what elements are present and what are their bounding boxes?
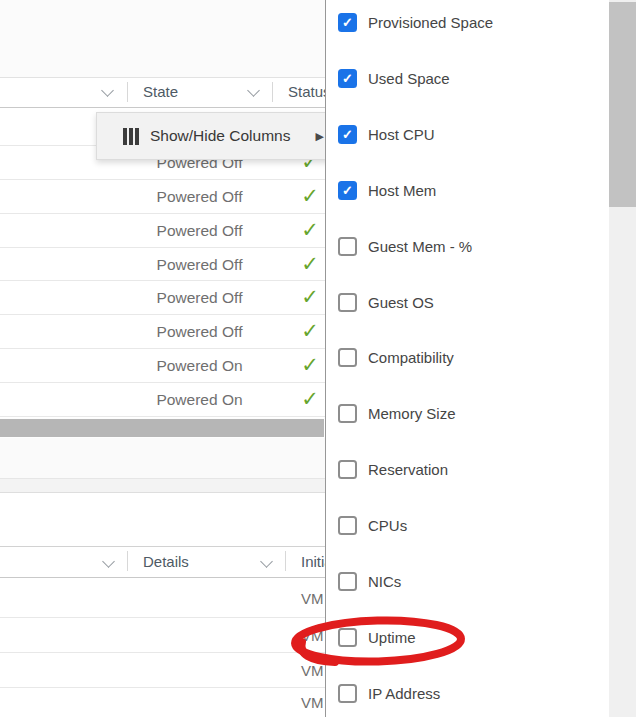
column-option-ip-address[interactable]: IP Address [326,665,606,717]
state-column-chevron-icon[interactable] [247,84,260,97]
column-option-used-space[interactable]: ✓Used Space [326,51,606,107]
column-separator [285,551,286,571]
panel-scrollbar-thumb[interactable] [609,2,636,207]
task-initiator-value: VM [301,618,324,653]
column-option-label: IP Address [368,685,440,702]
column-option-label: CPUs [368,517,407,534]
column-separator [127,551,128,571]
task-initiator-value: VM [301,579,324,618]
tasks-table-header: Details Initiator [0,546,330,578]
column-option-label: Used Space [368,70,450,87]
column-option-host-cpu[interactable]: ✓Host CPU [326,107,606,163]
column-option-memory-size[interactable]: Memory Size [326,386,606,442]
vm-state-value: Powered Off [127,281,272,314]
checkbox-unchecked-icon[interactable] [338,293,357,312]
status-ok-check-icon: ✓ [295,349,325,381]
column-menu-chevron-icon[interactable] [102,555,115,568]
context-menu-show-hide-columns[interactable]: Show/Hide Columns ▶ [96,112,337,160]
checkbox-unchecked-icon[interactable] [338,516,357,535]
status-ok-check-icon: ✓ [295,248,325,280]
columns-icon [123,128,139,145]
lower-pane-area [0,438,326,479]
checkbox-unchecked-icon[interactable] [338,628,357,647]
column-option-label: Host CPU [368,126,435,143]
column-chooser-list: ✓Provisioned Space✓Used Space✓Host CPU✓H… [326,0,606,717]
status-ok-check-icon: ✓ [295,281,325,313]
checkbox-unchecked-icon[interactable] [338,684,357,703]
checkbox-unchecked-icon[interactable] [338,460,357,479]
vm-table-row[interactable]: Powered On✓ [0,383,330,417]
column-option-uptime[interactable]: Uptime [326,609,606,665]
task-table-row[interactable]: VM [0,579,330,618]
column-chooser-panel: ✓Provisioned Space✓Used Space✓Host CPU✓H… [325,0,638,717]
column-option-host-mem[interactable]: ✓Host Mem [326,163,606,219]
column-menu-chevron-icon[interactable] [101,84,114,97]
column-option-label: Reservation [368,461,448,478]
vm-table-row[interactable]: Powered Off✓ [0,214,330,248]
vm-table-header: State Status [0,78,330,108]
column-option-guest-os[interactable]: Guest OS [326,274,606,330]
vm-state-value: Powered Off [127,180,272,213]
status-ok-check-icon: ✓ [295,214,325,246]
column-option-nics[interactable]: NICs [326,553,606,609]
column-option-label: Memory Size [368,405,456,422]
vm-state-value: Powered On [127,383,272,416]
panel-scrollbar-track[interactable] [609,0,636,717]
checkbox-unchecked-icon[interactable] [338,404,357,423]
vm-state-value: Powered On [127,349,272,382]
checkbox-unchecked-icon[interactable] [338,572,357,591]
task-table-row[interactable]: VM [0,618,330,653]
column-separator [127,82,128,102]
status-ok-check-icon: ✓ [295,315,325,347]
vm-table-row[interactable]: Powered Off✓ [0,281,330,315]
vm-table-row[interactable]: Powered Off✓ [0,180,330,214]
column-option-label: Guest OS [368,294,434,311]
state-column-header[interactable]: State [143,78,178,106]
task-table-row[interactable]: VM [0,688,330,717]
details-column-header[interactable]: Details [143,547,189,577]
task-initiator-value: VM [301,688,324,717]
tasks-table-body: VMVMVMVM [0,579,330,717]
status-ok-check-icon: ✓ [295,383,325,415]
submenu-arrow-icon: ▶ [316,130,324,143]
details-column-chevron-icon[interactable] [260,555,273,568]
column-option-cpus[interactable]: CPUs [326,498,606,554]
column-option-guest-mem[interactable]: Guest Mem - % [326,218,606,274]
vm-state-value: Powered Off [127,315,272,348]
checkbox-checked-icon[interactable]: ✓ [338,69,357,88]
column-option-label: Compatibility [368,349,454,366]
checkbox-checked-icon[interactable]: ✓ [338,181,357,200]
column-option-reservation[interactable]: Reservation [326,442,606,498]
column-option-label: Provisioned Space [368,14,493,31]
pane-splitter-bar[interactable] [0,479,326,493]
vm-table-row[interactable]: Powered On✓ [0,349,330,383]
task-initiator-value: VM [301,653,324,688]
checkbox-checked-icon[interactable]: ✓ [338,13,357,32]
column-option-label: Host Mem [368,182,436,199]
horizontal-scrollbar[interactable] [0,418,324,438]
vm-state-value: Powered Off [127,214,272,247]
checkbox-unchecked-icon[interactable] [338,237,357,256]
task-table-row[interactable]: VM [0,653,330,688]
status-ok-check-icon: ✓ [295,180,325,212]
checkbox-checked-icon[interactable]: ✓ [338,125,357,144]
toolbar-area [0,0,326,78]
vsphere-vm-list-screen: State Status Powered Off✓Powered Off✓Pow… [0,0,638,717]
column-option-label: Guest Mem - % [368,238,472,255]
column-option-label: Uptime [368,629,416,646]
column-separator [272,82,273,102]
vm-table-row[interactable]: Powered Off✓ [0,315,330,349]
context-menu-item-label: Show/Hide Columns [150,127,290,145]
vm-table-row[interactable]: Powered Off✓ [0,248,330,282]
vm-state-value: Powered Off [127,248,272,281]
checkbox-unchecked-icon[interactable] [338,348,357,367]
column-option-compatibility[interactable]: Compatibility [326,330,606,386]
column-option-label: NICs [368,573,401,590]
column-option-provisioned-space[interactable]: ✓Provisioned Space [326,0,606,51]
